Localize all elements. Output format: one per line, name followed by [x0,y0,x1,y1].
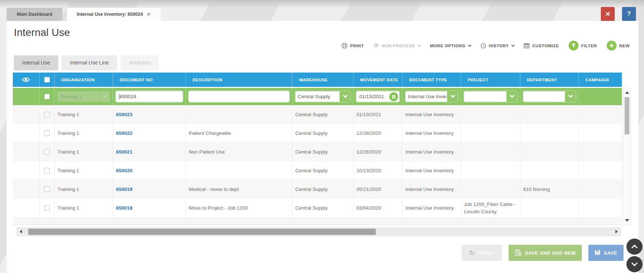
row-checkbox[interactable] [44,168,50,173]
tab-internal-use-line[interactable]: Internal Use Line [61,55,117,70]
row-checkbox[interactable] [44,130,50,136]
scroll-up-arrow-icon[interactable] [625,91,629,94]
column-header-document-no[interactable]: DOCUMENT NO [113,73,186,87]
cell-campaign [579,124,622,142]
table-header: ORGANIZATION DOCUMENT NO DESCRIPTION WAR… [13,73,622,87]
chevron-down-icon [339,91,351,102]
checkbox-icon [44,77,50,82]
document-link[interactable]: 650020 [113,161,186,180]
new-button[interactable]: NEW [607,41,630,51]
history-button[interactable]: HISTORY [480,43,514,49]
column-header-project[interactable]: PROJECT [461,73,520,87]
vertical-scrollbar-thumb[interactable] [625,97,629,134]
cell-warehouse: Central Supply [292,105,353,123]
cell-warehouse: Central Supply [292,199,353,217]
help-button[interactable]: ? [622,7,636,21]
visibility-header-button[interactable] [13,73,40,87]
table-row[interactable]: Training 1 650021 Non Patient Use Centra… [13,143,622,161]
row-checkbox[interactable] [44,112,50,117]
save-icon [595,250,600,257]
scroll-left-arrow-icon[interactable] [20,230,22,233]
table-row[interactable]: Training 1 650022 Patient Chargeable Cen… [13,124,622,143]
department-select[interactable] [523,91,576,102]
campaign-cell [579,88,622,105]
clipboard-plus-icon [515,249,522,257]
tab-close-icon[interactable]: ✕ [146,11,151,17]
cell-project [461,143,520,161]
customize-label: CUSTOMIZE [532,44,559,48]
column-header-document-type[interactable]: DOCUMENT TYPE [402,73,461,87]
row-checkbox[interactable] [44,205,50,211]
customize-button[interactable]: CUSTOMIZE [524,43,559,48]
column-header-campaign[interactable]: CAMPAIGN [579,73,622,87]
table-row[interactable]: Training 1 650023 Central Supply 01/13/2… [13,105,622,124]
cell-project [461,161,520,180]
cell-warehouse: Central Supply [292,180,353,198]
close-icon: ✕ [605,10,610,18]
print-button[interactable]: PRINT [341,43,364,49]
more-options-button[interactable]: MORE OPTIONS [430,44,471,48]
organization-select: Training 1 [57,91,110,102]
chevron-down-icon [511,43,515,47]
project-select[interactable] [464,91,517,102]
cell-campaign [579,143,622,161]
document-link[interactable]: 650018 [113,199,186,217]
horizontal-scrollbar-thumb[interactable] [28,229,376,235]
scroll-down-arrow-icon[interactable] [625,219,629,222]
new-label: NEW [619,44,630,48]
select-all-checkbox[interactable] [40,73,55,87]
row-checkbox[interactable] [44,149,50,155]
column-header-description[interactable]: DESCRIPTION [186,73,292,87]
tab-internal-use[interactable]: Internal Use [14,55,58,70]
cell-movement-date: 03/04/2020 [353,199,402,217]
table-row[interactable]: Training 1 650020 Central Supply 10/13/2… [13,161,622,180]
window-close-button[interactable]: ✕ [601,7,615,21]
edit-row-checkbox[interactable] [44,94,50,99]
cell-document-type: Internal Use Inventory [402,124,461,142]
tab-internal-use-inventory[interactable]: Internal Use Inventory: 650024 ✕ [67,8,161,21]
column-header-department[interactable]: DEPARTMENT [520,73,579,87]
page-title: Internal Use [14,27,70,38]
document-link[interactable]: 650019 [113,180,186,198]
cell-organization: Training 1 [55,124,113,142]
organization-value: Training 1 [57,91,99,102]
document-link[interactable]: 650023 [113,105,186,123]
cell-department [520,143,579,161]
clock-icon [480,43,486,49]
warehouse-select[interactable]: Central Supply [295,91,351,102]
table-row[interactable]: Training 1 650018 Move to Project - Job … [13,199,622,218]
movement-date-value: 01/13/2021 [359,94,389,99]
scroll-to-top-button[interactable] [626,239,643,255]
horizontal-scrollbar[interactable] [16,227,621,236]
movement-date-input[interactable]: 01/13/2021 [356,91,400,102]
calendar-icon[interactable] [389,92,398,101]
document-link[interactable]: 650022 [113,124,186,142]
document-type-select[interactable]: Internal Use Inventory [405,91,458,102]
help-icon: ? [627,10,631,18]
column-header-organization[interactable]: ORGANIZATION [55,73,113,87]
scroll-to-bottom-button[interactable] [626,256,643,272]
document-link[interactable]: 650021 [113,143,186,161]
column-header-movement-date[interactable]: MOVEMENT DATE [353,73,402,87]
save-and-add-new-button[interactable]: SAVE AND ADD NEW [509,245,582,261]
reset-label: RESET [478,250,495,256]
tab-main-dashboard[interactable]: Main Dashboard [7,8,63,21]
tab-attributes: Attributes [120,55,159,70]
vertical-scrollbar[interactable] [623,88,631,225]
description-input[interactable] [188,91,289,102]
cell-movement-date: 10/13/2020 [353,161,402,180]
cell-document-type: Internal Use Inventory [402,143,461,161]
run-process-label: RUN PROCESS [382,44,415,48]
cell-project [461,124,520,142]
row-checkbox[interactable] [44,187,50,192]
filter-button[interactable]: FILTER [569,41,597,51]
cell-movement-date: 12/28/2020 [353,124,402,142]
save-button[interactable]: SAVE [588,245,624,261]
toolbar: PRINT ⟳ RUN PROCESS MORE OPTIONS HISTORY [341,41,630,51]
table-row[interactable]: Training 1 650019 Medical - move to dept… [13,180,622,199]
cell-document-type: Internal Use Inventory [402,199,461,217]
document-type-value: Internal Use Inventory [405,91,447,102]
column-header-warehouse[interactable]: WAREHOUSE [292,73,353,87]
scroll-right-arrow-icon[interactable] [615,230,618,233]
document-no-input[interactable]: 650024 [116,91,183,102]
